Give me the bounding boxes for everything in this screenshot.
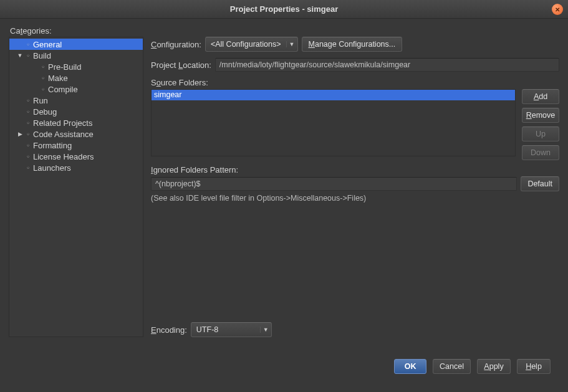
tree-item-run[interactable]: ○Run <box>9 95 143 106</box>
add-button[interactable]: Add <box>522 89 559 104</box>
close-icon[interactable]: ✕ <box>552 4 563 15</box>
dialog-footer: OK Cancel Apply Help <box>9 354 559 374</box>
tree-item-code-assistance[interactable]: ▶○Code Assistance <box>9 128 143 140</box>
bullet-icon: ○ <box>25 54 31 57</box>
bullet-icon: ○ <box>25 42 31 46</box>
chevron-down-icon[interactable]: ▼ <box>17 52 23 59</box>
tree-item-label: Code Assistance <box>33 130 94 139</box>
bullet-icon: ○ <box>25 132 31 136</box>
bullet-icon: ○ <box>25 121 31 125</box>
tree-item-label: Related Projects <box>33 118 92 128</box>
up-button[interactable]: Up <box>522 127 559 141</box>
tree-item-label: Build <box>33 51 51 60</box>
bullet-icon: ○ <box>40 76 46 80</box>
chevron-down-icon: ▼ <box>260 327 271 333</box>
general-panel: Configuration: <All Configurations> ▼ Ma… <box>151 37 559 337</box>
encoding-combo[interactable]: UTF-8 ▼ <box>191 322 272 337</box>
tree-item-general[interactable]: ○General <box>9 39 143 50</box>
tree-item-license-headers[interactable]: ○License Headers <box>9 151 143 162</box>
chevron-down-icon: ▼ <box>286 41 297 47</box>
chevron-right-icon[interactable]: ▶ <box>17 131 23 137</box>
tree-item-label: Run <box>33 96 48 105</box>
bullet-icon: ○ <box>25 110 31 113</box>
tree-item-label: Formatting <box>33 141 72 150</box>
apply-button[interactable]: Apply <box>477 359 511 374</box>
remove-button[interactable]: Remove <box>522 108 559 123</box>
tree-item-make[interactable]: ○Make <box>9 72 143 84</box>
tree-item-label: Compile <box>48 85 78 94</box>
help-button[interactable]: Help <box>517 359 551 374</box>
down-button[interactable]: Down <box>522 145 559 160</box>
default-button[interactable]: Default <box>521 176 559 191</box>
tree-item-debug[interactable]: ○Debug <box>9 106 143 117</box>
source-folders-label: Source Folders: <box>151 78 559 87</box>
categories-tree[interactable]: ○General▼○Build○Pre-Build○Make○Compile○R… <box>9 37 143 337</box>
categories-label: Categories: <box>9 26 559 36</box>
ignored-pattern-field[interactable] <box>151 177 517 191</box>
bullet-icon: ○ <box>25 143 31 147</box>
tree-item-compile[interactable]: ○Compile <box>9 84 143 95</box>
bullet-icon: ○ <box>25 155 31 158</box>
encoding-label: Encoding: <box>151 325 187 335</box>
tree-item-related-projects[interactable]: ○Related Projects <box>9 117 143 128</box>
tree-item-label: General <box>33 40 62 49</box>
project-location-label: Project Location: <box>151 60 211 70</box>
window-title: Project Properties - simgear <box>230 4 338 14</box>
bullet-icon: ○ <box>25 98 31 102</box>
bullet-icon: ○ <box>40 65 46 69</box>
titlebar: Project Properties - simgear ✕ <box>0 0 568 19</box>
configuration-label: Configuration: <box>151 40 201 49</box>
source-folder-item[interactable]: simgear <box>152 90 515 100</box>
manage-configurations-button[interactable]: Manage Configurations... <box>302 37 403 52</box>
ignored-note: (See also IDE level file filter in Optio… <box>151 194 559 203</box>
tree-item-build[interactable]: ▼○Build <box>9 50 143 61</box>
project-location-field[interactable] <box>215 58 559 72</box>
tree-item-launchers[interactable]: ○Launchers <box>9 162 143 173</box>
tree-item-label: License Headers <box>33 152 94 161</box>
configuration-combo[interactable]: <All Configurations> ▼ <box>205 37 298 52</box>
ignored-pattern-label: Ignored Folders Pattern: <box>151 165 559 174</box>
tree-item-label: Debug <box>33 107 57 117</box>
bullet-icon: ○ <box>25 166 31 170</box>
tree-item-formatting[interactable]: ○Formatting <box>9 140 143 151</box>
cancel-button[interactable]: Cancel <box>433 359 471 374</box>
bullet-icon: ○ <box>40 87 46 91</box>
tree-item-pre-build[interactable]: ○Pre-Build <box>9 61 143 72</box>
ok-button[interactable]: OK <box>394 359 426 374</box>
tree-item-label: Pre-Build <box>48 62 81 72</box>
tree-item-label: Launchers <box>33 163 71 173</box>
tree-item-label: Make <box>48 74 68 83</box>
source-folders-list[interactable]: simgear <box>151 89 516 156</box>
